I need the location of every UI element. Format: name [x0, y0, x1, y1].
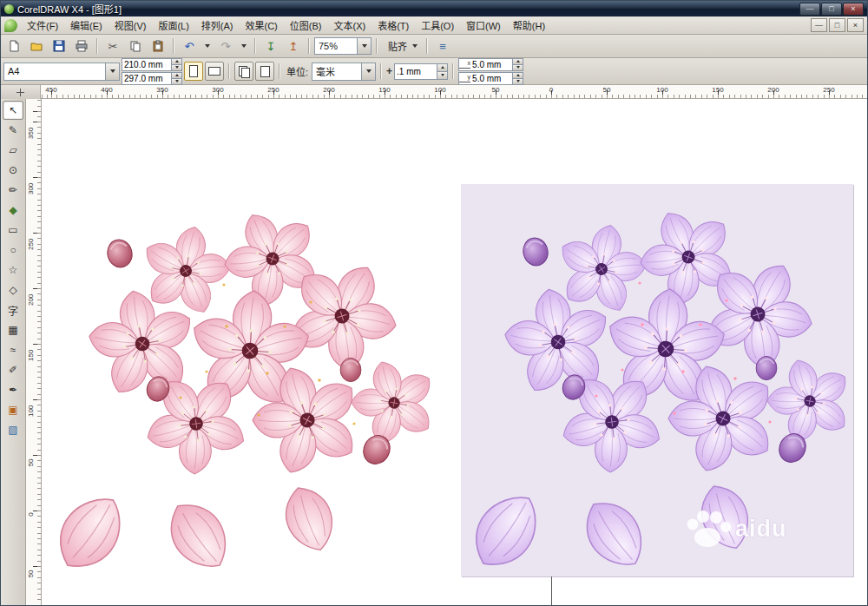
menu-item-text[interactable]: 文本(X)	[327, 16, 372, 34]
all-pages-button[interactable]	[234, 62, 253, 81]
open-button[interactable]	[26, 36, 47, 56]
purple-blossom-artwork[interactable]	[464, 194, 855, 585]
paper-size-dropdown-button[interactable]	[105, 63, 119, 80]
save-button[interactable]	[49, 36, 69, 56]
import-button[interactable]: ↧	[260, 36, 281, 56]
horizontal-ruler-number: 150	[378, 86, 390, 94]
snap-to-label: 贴齐	[386, 39, 409, 53]
duplicate-x-spinner[interactable]	[512, 59, 523, 70]
toolbar-separator	[279, 63, 280, 79]
duplicate-y-spinner[interactable]	[512, 73, 523, 84]
pink-blossom-artwork[interactable]	[49, 196, 439, 587]
rectangle-tool-icon[interactable]: ▭	[3, 221, 23, 240]
duplicate-distance-y-field[interactable]: y	[458, 72, 523, 85]
paper-height-input[interactable]	[122, 74, 171, 83]
cut-button[interactable]: ✂	[102, 36, 123, 56]
menu-item-table[interactable]: 表格(T)	[372, 16, 415, 34]
paper-height-field[interactable]	[122, 72, 182, 85]
pick-tool-icon[interactable]: ↖	[3, 101, 23, 120]
eyedropper-tool-icon[interactable]: ✐	[3, 360, 23, 379]
toolbar-separator	[228, 63, 230, 79]
units-combobox[interactable]: 毫米	[312, 63, 376, 81]
spinner-down-icon	[516, 80, 520, 82]
freehand-tool-icon[interactable]: ✏	[3, 181, 23, 200]
close-button[interactable]: ×	[843, 3, 864, 16]
horizontal-ruler-number: 400	[101, 86, 112, 94]
nudge-spinner[interactable]	[437, 64, 447, 79]
menu-item-file[interactable]: 文件(F)	[21, 16, 64, 34]
crop-tool-icon[interactable]: ▱	[3, 141, 23, 160]
export-button[interactable]: ↥	[283, 36, 304, 56]
nudge-offset-field[interactable]	[394, 63, 448, 80]
horizontal-ruler-number: 50	[603, 86, 611, 94]
document-close-button[interactable]: ×	[847, 18, 864, 32]
zoom-dropdown-button[interactable]	[357, 38, 371, 54]
menubar: 文件(F)编辑(E)视图(V)版面(L)排列(A)效果(C)位图(B)文本(X)…	[1, 16, 867, 35]
dropdown-arrow-icon	[241, 44, 247, 48]
print-button[interactable]	[71, 36, 92, 56]
undo-dropdown-button[interactable]	[201, 36, 214, 56]
paper-width-spinner[interactable]	[171, 59, 181, 70]
menu-item-arrange[interactable]: 排列(A)	[195, 16, 240, 34]
zoom-tool-icon[interactable]: ⊙	[3, 161, 23, 180]
table-tool-icon[interactable]: ▦	[3, 320, 23, 339]
menu-item-bitmaps[interactable]: 位图(B)	[284, 16, 328, 34]
options-button[interactable]: ≡	[432, 36, 453, 56]
document-minimize-button[interactable]: —	[811, 18, 827, 32]
landscape-orientation-button[interactable]	[205, 62, 224, 81]
menu-item-help[interactable]: 帮助(H)	[507, 16, 551, 34]
horizontal-ruler[interactable]: 4504003503002502001501005005010015020025…	[41, 85, 867, 99]
menu-item-view[interactable]: 视图(V)	[108, 16, 153, 34]
nudge-offset-input[interactable]	[395, 67, 437, 76]
minimize-icon: —	[806, 5, 814, 13]
interactive-fill-tool-icon[interactable]: ▧	[3, 420, 23, 439]
paper-width-field[interactable]	[122, 58, 182, 71]
document-restore-button[interactable]: □	[829, 18, 845, 32]
horizontal-ruler-number: 150	[712, 86, 723, 94]
undo-button[interactable]: ↶	[179, 36, 200, 56]
purple-artwork-panel[interactable]: aidu	[461, 184, 853, 576]
menu-item-layout[interactable]: 版面(L)	[152, 16, 194, 34]
duplicate-distance-x-field[interactable]: x	[458, 58, 523, 71]
printer-icon	[76, 40, 88, 52]
new-button[interactable]	[3, 36, 24, 56]
canvas[interactable]: aidu	[42, 99, 867, 606]
spinner-up-icon	[516, 60, 520, 63]
maximize-button[interactable]: □	[821, 3, 842, 16]
units-dropdown-button[interactable]	[361, 63, 375, 80]
menu-item-tools[interactable]: 工具(O)	[415, 16, 460, 34]
copy-button[interactable]	[125, 36, 146, 56]
smart-fill-tool-icon[interactable]: ◆	[3, 201, 23, 220]
redo-button[interactable]: ↷	[215, 36, 236, 56]
blend-tool-icon[interactable]: ≈	[3, 340, 23, 359]
ruler-origin-button[interactable]	[1, 85, 41, 100]
outline-tool-icon[interactable]: ✒	[3, 380, 23, 399]
vertical-ruler-number: 50	[27, 458, 35, 466]
ellipse-tool-icon[interactable]: ○	[3, 240, 23, 260]
menu-item-edit[interactable]: 编辑(E)	[64, 16, 108, 34]
redo-dropdown-button[interactable]	[238, 36, 250, 56]
text-tool-icon[interactable]: 字	[3, 300, 23, 319]
paper-width-input[interactable]	[122, 60, 171, 69]
menu-item-window[interactable]: 窗口(W)	[460, 16, 507, 34]
paste-button[interactable]	[148, 36, 168, 56]
duplicate-distance-x-input[interactable]	[470, 60, 512, 69]
menu-item-effects[interactable]: 效果(C)	[240, 16, 284, 34]
shape-tool-icon[interactable]: ✎	[3, 121, 23, 140]
duplicate-distance-y-input[interactable]	[470, 74, 512, 83]
fill-tool-icon[interactable]: ▣	[3, 400, 23, 419]
polygon-tool-icon[interactable]: ☆	[3, 260, 23, 280]
portrait-orientation-button[interactable]	[184, 62, 203, 81]
paper-size-combobox[interactable]: A4	[3, 63, 120, 81]
coreldraw-logo-icon[interactable]	[4, 19, 17, 32]
zoom-level-combobox[interactable]: 75%	[314, 37, 372, 55]
basic-shapes-tool-icon[interactable]: ◇	[3, 280, 23, 300]
current-page-button[interactable]	[255, 62, 274, 81]
minimize-button[interactable]: —	[799, 3, 820, 16]
vertical-ruler[interactable]: 35030025020015010050050	[26, 99, 42, 606]
portrait-icon	[189, 65, 198, 77]
paper-height-spinner[interactable]	[171, 73, 181, 84]
spinner-down-icon	[175, 80, 179, 82]
snap-to-button[interactable]: 贴齐	[382, 36, 422, 56]
doc-restore-icon: □	[835, 22, 839, 30]
